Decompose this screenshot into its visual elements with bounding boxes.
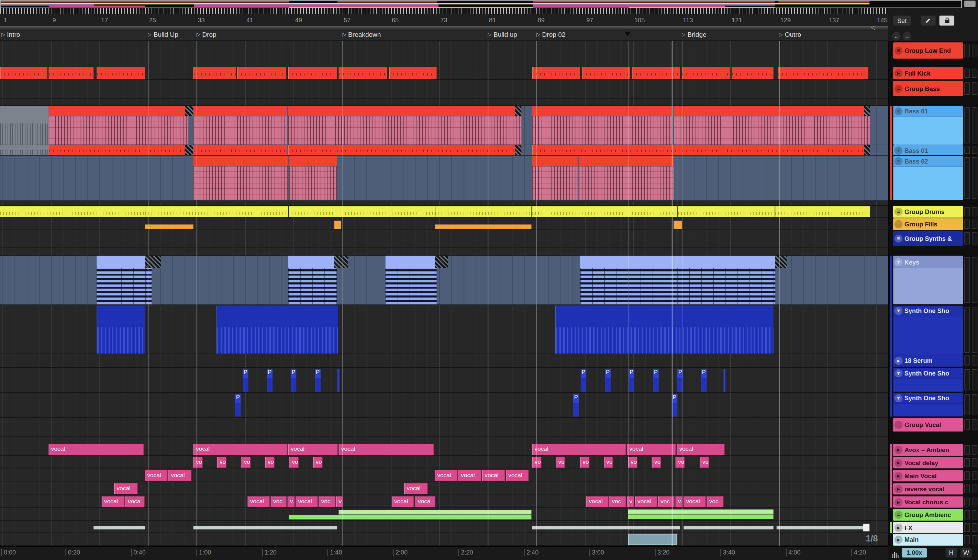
locator-drop-02[interactable]: ▷Drop 02 — [536, 30, 565, 38]
fold-arrow-icon[interactable]: ▾ — [895, 147, 903, 155]
clip-vocal[interactable]: voca — [415, 497, 435, 507]
clip-hatch[interactable] — [864, 145, 870, 155]
clip-p[interactable]: P — [235, 394, 240, 417]
clip-blue[interactable] — [97, 305, 145, 353]
locator-outro[interactable]: ▷Outro — [779, 30, 801, 38]
playback-start-marker[interactable] — [625, 32, 631, 37]
clip-bass[interactable] — [193, 156, 288, 200]
track-control-cell[interactable] — [964, 497, 970, 506]
clip-hatch[interactable] — [185, 106, 193, 116]
track-header-group-synths[interactable]: ≡Group Synths & — [893, 231, 963, 246]
track-header-bass-01-b[interactable]: ▾Bass 01 — [893, 145, 963, 155]
clip-red[interactable] — [682, 67, 730, 79]
clip-teal[interactable] — [628, 534, 677, 545]
clip-vocal[interactable]: voc — [319, 497, 336, 507]
clip-p[interactable]: P — [315, 369, 321, 392]
track-header-avox[interactable]: ▸Avox = Ambien — [893, 444, 963, 455]
track-control-cell[interactable] — [964, 157, 970, 199]
track-control-cell[interactable] — [972, 472, 977, 480]
clip-hatch[interactable] — [864, 106, 870, 116]
track-control-cell[interactable] — [964, 207, 970, 217]
clip-bass[interactable] — [288, 106, 521, 145]
clip-sliver[interactable] — [337, 369, 339, 392]
clip-vocal[interactable]: vo — [313, 457, 322, 468]
clip-hatch[interactable] — [145, 256, 161, 268]
clip-red[interactable] — [731, 67, 773, 79]
clip-bass[interactable] — [673, 106, 870, 145]
clip-vocal[interactable]: vo — [193, 457, 203, 468]
draw-mode-button[interactable] — [921, 15, 936, 25]
clip-vocal[interactable]: vocal — [248, 497, 270, 507]
clip-vocal[interactable]: vocal — [102, 497, 125, 507]
overview-corner-button[interactable] — [964, 1, 976, 7]
clip-vocal[interactable]: voc — [271, 497, 287, 507]
clip-vocal[interactable]: voc — [609, 497, 626, 507]
clip-p[interactable]: P — [629, 369, 634, 392]
clip-red[interactable] — [97, 67, 145, 79]
set-locator-button[interactable]: Set — [893, 15, 911, 25]
clip-vocal[interactable]: vocal — [482, 470, 505, 481]
clip-red[interactable] — [288, 67, 337, 79]
height-zoom-button[interactable]: H — [946, 548, 957, 557]
fold-arrow-icon[interactable]: ▾ — [895, 157, 903, 165]
track-control-cell[interactable] — [964, 257, 970, 303]
clip-red[interactable] — [582, 67, 630, 79]
track-control-cell[interactable] — [972, 535, 977, 544]
track-control-cell[interactable] — [964, 232, 970, 244]
clip-yellow[interactable] — [145, 206, 288, 217]
track-control-cell[interactable] — [972, 356, 977, 365]
next-locator-button[interactable]: → — [902, 32, 911, 40]
clip-bass[interactable] — [193, 106, 287, 145]
track-control-cell[interactable] — [972, 419, 977, 430]
track-header-group-ambience[interactable]: ≡Group Ambienc — [893, 509, 963, 520]
clip-vocal[interactable]: vocal — [288, 444, 338, 455]
clip-green1[interactable] — [339, 510, 531, 515]
clip-gray[interactable] — [0, 106, 49, 145]
fold-arrow-icon[interactable]: ▾ — [895, 258, 903, 266]
track-control-cell[interactable] — [964, 510, 970, 520]
track-control-cell[interactable] — [964, 458, 970, 467]
clip-keys[interactable] — [580, 256, 775, 304]
clip-fx[interactable] — [776, 526, 868, 530]
clip-orange[interactable] — [334, 221, 341, 229]
clip-p[interactable]: P — [573, 394, 579, 417]
track-header-reverse-vocal[interactable]: ▸reverse vocal — [893, 483, 963, 495]
clip-vocal[interactable]: vo — [580, 457, 589, 468]
clip-red[interactable] — [532, 67, 580, 79]
track-control-cell[interactable] — [964, 307, 970, 353]
locator-drop[interactable]: ▷Drop — [197, 30, 217, 38]
clip-vocal[interactable]: vocal — [586, 497, 608, 507]
clip-vocal[interactable]: vocal — [404, 483, 428, 494]
clip-bass[interactable] — [289, 156, 337, 200]
track-control-cell[interactable] — [964, 69, 970, 78]
clip-p[interactable]: P — [701, 369, 706, 392]
clip-red[interactable] — [237, 67, 286, 79]
locator-breakdown[interactable]: ▷Breakdown — [342, 30, 381, 38]
clip-vocal[interactable]: voca — [125, 497, 145, 507]
locator-intro[interactable]: ▷Intro — [2, 30, 20, 38]
clip-yellow[interactable] — [532, 206, 677, 217]
lock-envelopes-button[interactable] — [940, 15, 955, 25]
track-control-cell[interactable] — [972, 220, 977, 229]
clip-p[interactable]: P — [581, 369, 586, 392]
track-control-cell[interactable] — [972, 369, 977, 391]
arrangement-overview-minimap[interactable] — [0, 0, 962, 8]
clip-red[interactable] — [193, 145, 287, 155]
clip-red[interactable] — [389, 67, 437, 79]
clip-sliver[interactable] — [724, 369, 725, 392]
clip-bass[interactable] — [49, 106, 189, 145]
clip-red[interactable] — [778, 67, 868, 79]
track-header-synth-one-shot-2[interactable]: ▾Synth One Sho — [893, 368, 963, 392]
prev-locator-button[interactable]: ← — [892, 32, 901, 40]
clip-hatch[interactable] — [334, 256, 348, 268]
fold-arrow-icon[interactable]: ▾ — [895, 107, 903, 115]
clip-yellow[interactable] — [678, 206, 775, 217]
clip-red[interactable] — [0, 67, 47, 79]
clip-red[interactable] — [339, 67, 388, 79]
clip-vocal[interactable]: vocal — [49, 444, 144, 455]
track-header-group-bass[interactable]: ≡Group Bass — [893, 81, 963, 96]
track-control-cell[interactable] — [964, 445, 970, 455]
track-control-cell[interactable] — [972, 69, 977, 78]
locator-build-up[interactable]: ▷Build Up — [148, 30, 178, 38]
clip-blue[interactable] — [555, 305, 773, 353]
